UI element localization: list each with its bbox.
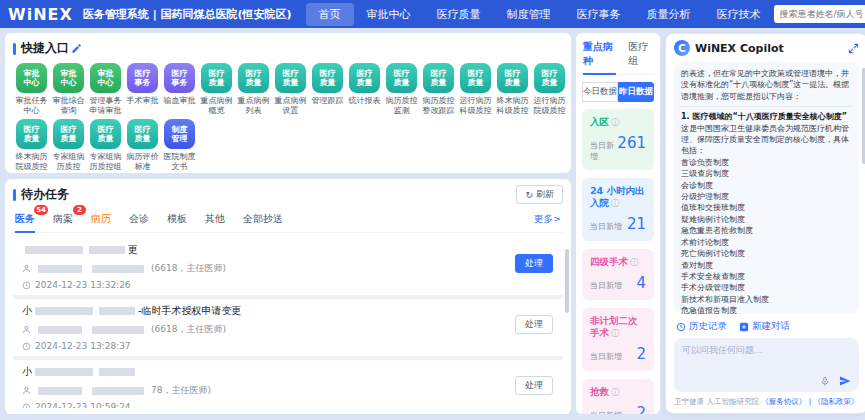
stat-label: 抢救ⓘ xyxy=(590,386,646,399)
quick-tile[interactable]: 医疗质量 终末病历院级质控 xyxy=(13,119,50,172)
copilot-input[interactable] xyxy=(682,344,851,372)
quick-tile-icon: 审批中心 xyxy=(53,63,84,93)
task-row[interactable]: 小 78，主任医师) 2024 xyxy=(13,360,563,408)
info-icon[interactable]: ⓘ xyxy=(611,329,619,338)
history-button[interactable]: 历史记录 xyxy=(676,320,727,333)
nav-tab[interactable]: 首页 xyxy=(306,3,354,26)
task-title: 小 -临时手术授权申请变更 xyxy=(22,304,554,318)
copilot-list-item: 死亡病例讨论制度 xyxy=(681,248,852,259)
copilot-logo-icon: C xyxy=(674,40,690,56)
footer-links[interactable]: 《服务协议》 | 《隐私政策》 xyxy=(761,397,858,406)
more-link[interactable]: 更多> xyxy=(534,213,561,226)
redacted-text xyxy=(92,326,144,334)
todo-tab[interactable]: 病案 2 xyxy=(53,212,73,226)
task-row[interactable]: 小 -临时手术授权申请变更 (6618，主任医师) xyxy=(13,299,563,356)
stats-day-toggle: 今日数据 昨日数据 xyxy=(582,82,654,102)
copilot-column: C WiNEX Copilot 的表述，但在常见的中文政策或管理语境中，并没有标… xyxy=(665,33,865,414)
redacted-text xyxy=(92,387,144,395)
todo-tab[interactable]: 全部抄送 xyxy=(243,212,283,226)
stat-card: 入区ⓘ 当日新增 261 xyxy=(582,109,654,170)
stats-tab[interactable]: 医疗组 xyxy=(629,40,653,68)
send-icon[interactable] xyxy=(839,375,851,387)
nav-tab[interactable]: 医疗质量 xyxy=(424,3,494,26)
quick-tile[interactable]: 医疗质量 病历评价标准 xyxy=(124,119,161,172)
copilot-list-item: 会诊制度 xyxy=(681,180,852,191)
quick-tile[interactable]: 审批中心 审批任务中心 xyxy=(13,63,50,116)
redacted-text xyxy=(35,307,93,315)
stat-card: 24 小时内出入院ⓘ 当日新增 21 xyxy=(582,178,654,241)
quick-tile-label: 专家组病历质控组 xyxy=(87,152,124,172)
quick-tile[interactable]: 审批中心 审批综合查询 xyxy=(50,63,87,116)
quick-tile-icon: 医疗质量 xyxy=(16,119,47,149)
quick-tile[interactable]: 医疗质量 专家组病历质控 xyxy=(50,119,87,172)
quick-tile[interactable]: 医疗事务 手术审批 xyxy=(124,63,161,116)
page-body: 快捷入口 审批中心 审批任务中心 审批中心 审批综合查询 xyxy=(0,28,865,420)
info-icon[interactable]: ⓘ xyxy=(630,258,638,267)
quick-tile-label: 审批综合查询 xyxy=(50,96,87,116)
task-row[interactable]: 更 (6618，主任医师) 2024-12-23 13:32:26 处 xyxy=(13,238,563,295)
redacted-text xyxy=(38,326,82,334)
todo-scrollbar[interactable] xyxy=(565,249,569,313)
quick-tile[interactable]: 医疗质量 病历质控监测 xyxy=(383,63,420,116)
edit-pencil-icon[interactable] xyxy=(71,43,82,54)
info-icon[interactable]: ⓘ xyxy=(611,388,619,397)
todo-tab[interactable]: 其他 xyxy=(205,212,225,226)
stats-tab[interactable]: 重点病种 xyxy=(583,40,616,68)
todo-tab[interactable]: 模板 xyxy=(167,212,187,226)
quick-tile[interactable]: 医疗质量 重点病例概览 xyxy=(198,63,235,116)
microphone-icon[interactable] xyxy=(820,376,830,387)
todo-title: 待办任务 xyxy=(13,186,69,203)
quick-tile-icon: 医疗质量 xyxy=(201,63,232,93)
quick-tile[interactable]: 医疗质量 病历质控整改跟踪 xyxy=(420,63,457,116)
handle-button[interactable]: 处理 xyxy=(515,376,553,395)
quick-tile[interactable]: 医疗质量 管理跟踪 xyxy=(309,63,346,116)
quick-tile-icon: 制度管理 xyxy=(164,119,195,149)
quick-tile[interactable]: 制度管理 医院制度文书 xyxy=(161,119,198,172)
quick-tile[interactable]: 医疗质量 终末病历科级质控 xyxy=(494,63,531,116)
nav-tab[interactable]: 医疗技术 xyxy=(704,3,774,26)
quick-tile-label: 医院制度文书 xyxy=(161,152,198,172)
handle-button[interactable]: 处理 xyxy=(515,315,553,334)
task-list: 更 (6618，主任医师) 2024-12-23 13:32:26 处 xyxy=(13,238,563,408)
task-time: 2024-12-23 13:32:26 xyxy=(22,280,554,290)
copilot-list-item: 查对制度 xyxy=(681,260,852,271)
expand-icon[interactable] xyxy=(848,43,859,54)
quick-tile[interactable]: 医疗质量 重点病例设置 xyxy=(272,63,309,116)
todo-tab[interactable]: 病历 xyxy=(91,212,111,226)
stats-toggle-button[interactable]: 昨日数据 xyxy=(618,82,654,102)
stat-card: 抢救ⓘ 当日新增 2 xyxy=(582,379,654,414)
redacted-text xyxy=(99,368,135,376)
nav-tab[interactable]: 质量分析 xyxy=(634,3,704,26)
task-person: 78，主任医师) xyxy=(22,384,554,397)
info-icon[interactable]: ⓘ xyxy=(611,118,619,127)
todo-tabs: 更多> 医务 54 病案 2 病历 xyxy=(13,212,563,233)
quick-tile-label: 输血审批 xyxy=(161,96,198,116)
patient-search-input[interactable] xyxy=(774,5,865,23)
todo-tab[interactable]: 会诊 xyxy=(129,212,149,226)
copilot-scrollbar[interactable] xyxy=(862,68,865,164)
quick-tile-label: 专家组病历质控 xyxy=(50,152,87,172)
todo-tab[interactable]: 医务 54 xyxy=(15,212,35,226)
handle-button[interactable]: 处理 xyxy=(515,254,553,273)
quick-tile[interactable]: 审批中心 管理事务申请审批 xyxy=(87,63,124,116)
refresh-button[interactable]: ↻ 刷新 xyxy=(516,185,563,204)
task-person: (6618，主任医师) xyxy=(22,323,554,336)
redacted-text xyxy=(89,246,125,254)
todo-tab-badge: 2 xyxy=(73,205,86,215)
new-chat-button[interactable]: 新建对话 xyxy=(739,320,790,333)
quick-tile[interactable]: 医疗事务 输血审批 xyxy=(161,63,198,116)
quick-entry-title: 快捷入口 xyxy=(13,40,69,57)
quick-tile[interactable]: 医疗质量 统计报表 xyxy=(346,63,383,116)
quick-tile[interactable]: 医疗质量 专家组病历质控组 xyxy=(87,119,124,172)
nav-tab[interactable]: 医疗事务 xyxy=(564,3,634,26)
main-nav: 首页 审批中心 医疗质量 制度管理 医疗事务 质量分析 医疗技术 xyxy=(306,3,774,26)
nav-tab[interactable]: 制度管理 xyxy=(494,3,564,26)
quick-tile[interactable]: 医疗质量 运行病历院级质控 xyxy=(531,63,568,116)
quick-tile[interactable]: 医疗质量 重点病例列表 xyxy=(235,63,272,116)
stats-toggle-button[interactable]: 今日数据 xyxy=(582,82,618,102)
nav-tab[interactable]: 审批中心 xyxy=(354,3,424,26)
quick-tile[interactable]: 医疗质量 运行病历科级质控 xyxy=(457,63,494,116)
clock-icon xyxy=(22,281,31,290)
info-icon[interactable]: ⓘ xyxy=(611,199,619,208)
copilot-paragraph: 的表述，但在常见的中文政策或管理语境中，并没有标准化的“十八项核心制度”这一提法… xyxy=(681,68,852,102)
